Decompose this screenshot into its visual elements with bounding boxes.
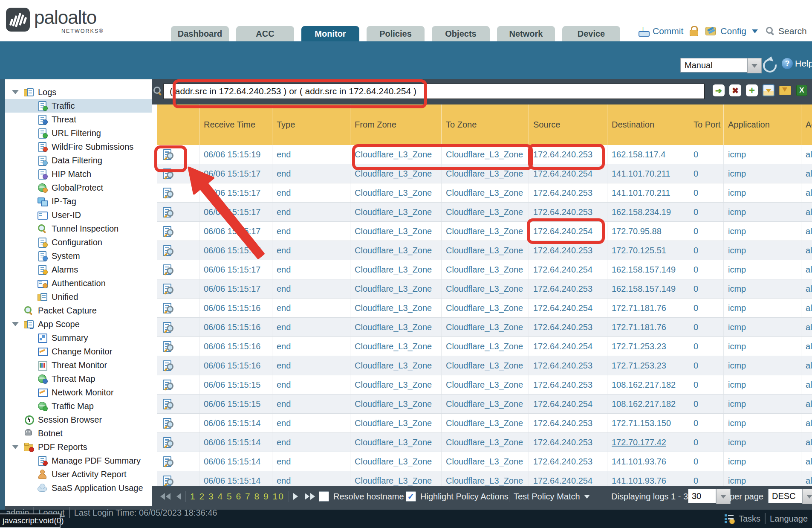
sort-order-dropdown-button[interactable]	[802, 489, 812, 504]
table-row[interactable]: 06/06 15:15:17endCloudflare_L3_ZoneCloud…	[157, 164, 812, 183]
table-row[interactable]: 06/06 15:15:16endCloudflare_L3_ZoneCloud…	[157, 356, 812, 375]
detail-cell[interactable]	[157, 318, 178, 337]
detail-cell[interactable]	[157, 260, 178, 279]
detail-cell[interactable]	[157, 337, 178, 356]
last-page-button[interactable]	[305, 493, 315, 500]
table-row[interactable]: 06/06 15:15:16endCloudflare_L3_ZoneCloud…	[157, 318, 812, 337]
sidebar-item-ip-tag[interactable]: IP-Tag	[5, 194, 152, 208]
sidebar-item-change-monitor[interactable]: Change Monitor	[5, 345, 152, 358]
tab-device[interactable]: Device	[562, 26, 620, 42]
column-header-from_zone[interactable]: From Zone	[350, 104, 441, 145]
export-to-csv-button[interactable]: X	[796, 84, 808, 96]
table-row[interactable]: 06/06 15:15:17endCloudflare_L3_ZoneCloud…	[157, 279, 812, 299]
sidebar-item-user-id[interactable]: User-ID	[5, 208, 152, 222]
sidebar-item-logs[interactable]: Logs	[5, 85, 152, 99]
table-row[interactable]: 06/06 15:15:15endCloudflare_L3_ZoneCloud…	[157, 375, 812, 395]
log-detail-icon[interactable]	[162, 207, 173, 217]
detail-cell[interactable]	[157, 145, 178, 164]
config-caret-icon[interactable]	[752, 29, 758, 33]
table-row[interactable]: 06/06 15:15:15endCloudflare_L3_ZoneCloud…	[157, 395, 812, 414]
sidebar-item-threat-map[interactable]: Threat Map	[5, 372, 152, 386]
detail-cell[interactable]	[157, 433, 178, 452]
sidebar-item-manage-pdf-summary[interactable]: Manage PDF Summary	[5, 454, 152, 467]
detail-cell[interactable]	[157, 279, 178, 298]
table-row[interactable]: 06/06 15:15:16endCloudflare_L3_ZoneCloud…	[157, 337, 812, 356]
tab-acc[interactable]: ACC	[236, 26, 294, 42]
highlight-policy-actions-checkbox[interactable]	[406, 491, 416, 502]
detail-cell[interactable]	[157, 299, 178, 317]
sidebar-item-configuration[interactable]: Configuration	[5, 235, 152, 249]
log-detail-icon[interactable]	[162, 456, 173, 467]
apply-filter-button[interactable]: ➔	[713, 84, 725, 96]
detail-cell[interactable]	[157, 241, 178, 260]
detail-cell[interactable]	[157, 375, 178, 394]
sidebar-item-network-monitor[interactable]: Network Monitor	[5, 386, 152, 399]
sidebar-item-threat-monitor[interactable]: Threat Monitor	[5, 358, 152, 372]
tab-monitor[interactable]: Monitor	[301, 26, 359, 42]
log-detail-icon[interactable]	[162, 264, 173, 275]
column-header-to_port[interactable]: To Port	[689, 104, 723, 145]
sidebar-item-summary[interactable]: Summary	[5, 331, 152, 345]
column-header-to_zone[interactable]: To Zone	[441, 104, 529, 145]
search-button[interactable]: Search	[778, 26, 807, 36]
table-row[interactable]: 06/06 15:15:17endCloudflare_L3_ZoneCloud…	[157, 183, 812, 203]
column-header-type[interactable]: Type	[272, 104, 350, 145]
table-row[interactable]: 06/06 15:15:14endCloudflare_L3_ZoneCloud…	[157, 433, 812, 452]
log-detail-icon[interactable]	[162, 226, 173, 236]
table-row[interactable]: 06/06 15:15:17endCloudflare_L3_ZoneCloud…	[157, 260, 812, 279]
sidebar-item-traffic[interactable]: Traffic	[5, 99, 152, 113]
detail-cell[interactable]	[157, 356, 178, 375]
table-row[interactable]: 06/06 15:15:14endCloudflare_L3_ZoneCloud…	[157, 471, 812, 486]
sidebar-item-data-filtering[interactable]: Data Filtering	[5, 154, 152, 167]
log-detail-icon[interactable]	[162, 188, 173, 198]
tasks-button[interactable]: Tasks	[739, 514, 760, 524]
language-button[interactable]: Language	[770, 514, 808, 524]
detail-cell[interactable]	[157, 203, 178, 221]
lock-icon[interactable]	[690, 26, 698, 36]
resolve-hostname-checkbox[interactable]	[319, 491, 329, 502]
log-detail-icon[interactable]	[162, 341, 173, 351]
tab-objects[interactable]: Objects	[432, 26, 490, 42]
log-detail-icon[interactable]	[162, 437, 173, 447]
refresh-mode-select[interactable]: Manual	[680, 58, 762, 73]
sidebar-item-wildfire-submissions[interactable]: WildFire Submissions	[5, 140, 152, 154]
sidebar-item-hip-match[interactable]: HIP Match	[5, 167, 152, 181]
sidebar-item-traffic-map[interactable]: Traffic Map	[5, 399, 152, 413]
log-detail-icon[interactable]	[162, 245, 173, 255]
sidebar-item-globalprotect[interactable]: GlobalProtect	[5, 181, 152, 194]
sidebar-item-system[interactable]: System	[5, 249, 152, 263]
config-button[interactable]: Config	[720, 26, 746, 36]
log-detail-icon[interactable]	[162, 418, 173, 428]
sidebar-item-authentication[interactable]: Authentication	[5, 276, 152, 290]
table-row[interactable]: 06/06 15:15:14endCloudflare_L3_ZoneCloud…	[157, 414, 812, 433]
column-header-receive_time[interactable]: Receive Time	[199, 104, 272, 145]
expand-triangle-icon[interactable]	[12, 90, 19, 94]
table-row[interactable]: 06/06 15:15:14endCloudflare_L3_ZoneCloud…	[157, 452, 812, 471]
first-page-button[interactable]	[160, 493, 170, 500]
sidebar-item-user-activity-report[interactable]: User Activity Report	[5, 467, 152, 481]
sidebar-item-saas-application-usage[interactable]: SaaS Application Usage	[5, 481, 152, 495]
sort-order-select[interactable]: DESC	[768, 489, 812, 504]
log-detail-icon[interactable]	[162, 380, 173, 390]
log-detail-icon[interactable]	[162, 168, 173, 179]
tab-policies[interactable]: Policies	[367, 26, 425, 42]
next-page-button[interactable]	[293, 493, 298, 500]
log-detail-icon[interactable]	[162, 284, 173, 294]
column-header-source[interactable]: Source	[529, 104, 607, 145]
expand-triangle-icon[interactable]	[12, 445, 19, 449]
filter-query-input[interactable]	[163, 84, 705, 99]
table-row[interactable]: 06/06 15:15:19endCloudflare_L3_ZoneCloud…	[157, 145, 812, 164]
refresh-mode-dropdown-button[interactable]	[747, 58, 762, 73]
table-row[interactable]: 06/06 15:15:17endCloudflare_L3_ZoneCloud…	[157, 222, 812, 241]
log-detail-icon[interactable]	[162, 303, 173, 313]
clear-filter-button[interactable]: ✖	[729, 84, 741, 96]
expand-triangle-icon[interactable]	[12, 322, 19, 326]
table-row[interactable]: 06/06 15:15:17endCloudflare_L3_ZoneCloud…	[157, 203, 812, 222]
refresh-icon[interactable]	[760, 56, 780, 75]
sidebar-item-url-filtering[interactable]: URL Filtering	[5, 126, 152, 140]
load-filter-button[interactable]	[779, 84, 791, 96]
tab-dashboard[interactable]: Dashboard	[171, 26, 229, 42]
sidebar-item-tunnel-inspection[interactable]: Tunnel Inspection	[5, 222, 152, 235]
help-button[interactable]: ? Help	[782, 58, 812, 69]
log-detail-icon[interactable]	[162, 322, 173, 332]
